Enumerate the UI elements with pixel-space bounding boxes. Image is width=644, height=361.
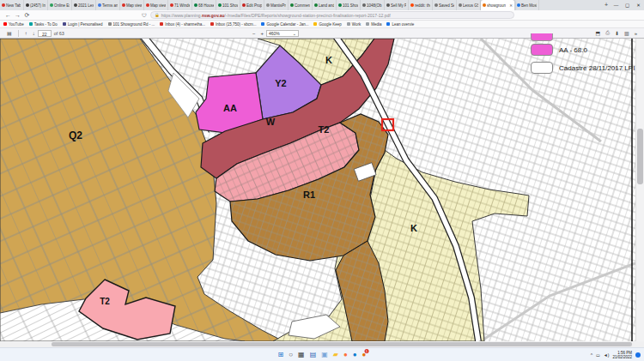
horizontal-scrollbar[interactable] (0, 341, 644, 347)
new-tab-button[interactable]: + (602, 0, 611, 10)
horizontal-scrollbar-thumb[interactable] (52, 342, 632, 346)
browser-tab[interactable]: Lexus GS 3 (457, 0, 481, 10)
bookmark-item[interactable]: Google Calendar - Jan... (261, 22, 308, 27)
browser-tab[interactable]: Commerci (289, 0, 313, 10)
bookmark-label: Inbox (15,750) - sbcm... (216, 22, 257, 27)
tab-favicon-icon (434, 3, 438, 7)
chat-icon[interactable]: ▣ (321, 348, 328, 361)
browser-tab[interactable]: Edit Prope (240, 0, 264, 10)
browser-tab[interactable]: Ben Mosl (515, 0, 539, 10)
edge-icon[interactable]: ● (353, 348, 357, 361)
tabs-container: New Tab(2457) InfrOnline Ex2021 LexuTerm… (0, 0, 602, 10)
bookmark-label: Media (371, 22, 381, 27)
tracking-shield-icon[interactable]: 🛡 (142, 13, 147, 18)
volume-icon[interactable]: ◄) (604, 352, 610, 358)
browser-tab[interactable]: 68 House (192, 0, 216, 10)
tab-label: Online Ex (54, 3, 70, 8)
tab-label: Edit Prope (246, 3, 262, 8)
close-button[interactable]: ✕ (633, 0, 644, 10)
tab-label: 71 Windso (174, 3, 190, 8)
browser-navbar: ← → ⟳ 🛡 🔒 https://www.planning.nsw.gov.a… (0, 10, 644, 21)
back-button[interactable]: ← (3, 10, 13, 20)
browser-tab[interactable]: Terms and (96, 0, 120, 10)
browser-tab[interactable]: New Tab (0, 0, 24, 10)
browser-tab[interactable]: Land and (313, 0, 337, 10)
bookmark-label: Lean overvie (392, 22, 414, 27)
bookmark-item[interactable]: Inbox (15,750) - sbcm... (210, 22, 257, 27)
tab-favicon-icon (314, 3, 318, 7)
pdf-sidebar-toggle-icon[interactable]: ▤ (7, 30, 12, 36)
widgets-icon[interactable]: ▤ (310, 348, 317, 361)
bookmark-item[interactable]: Inbox (4) - shannetha... (160, 22, 205, 27)
desktop: New Tab(2457) InfrOnline Ex2021 LexuTerm… (0, 0, 644, 361)
browser-tab[interactable]: 1048(Ob (361, 0, 385, 10)
vertical-scrollbar[interactable] (635, 39, 644, 341)
task-view-icon[interactable]: ▦ (298, 348, 305, 361)
bookmark-favicon-icon (63, 22, 66, 26)
minimize-button[interactable]: — (611, 0, 622, 10)
browser-tab[interactable]: reddit: the (409, 0, 433, 10)
reload-button[interactable]: ⟳ (22, 10, 32, 20)
bookmark-item[interactable]: Media (366, 22, 381, 27)
browser-tab[interactable]: Map view (120, 0, 144, 10)
browser-badge-icon[interactable]: ●1 (362, 348, 367, 361)
browser-tab[interactable]: 101 Showg (216, 0, 240, 10)
tab-favicon-icon (2, 3, 5, 7)
legend-label: Cadastre 28/11/2017 LPI (559, 64, 635, 72)
tab-favicon-icon (146, 3, 149, 7)
zone-label-t2-upper: T2 (319, 124, 330, 135)
browser-tab[interactable]: Online Ex (48, 0, 72, 10)
bookmark-item[interactable]: Login | Personalised (63, 22, 103, 27)
browser-tab[interactable]: 71 Windso (168, 0, 192, 10)
lock-icon[interactable]: 🔒 (155, 13, 160, 17)
browser-tab[interactable]: showgroun✕ (481, 0, 515, 10)
bookmark-favicon-icon (313, 22, 317, 26)
browser-tab[interactable]: Map view (144, 0, 168, 10)
tab-favicon-icon (74, 3, 77, 7)
page-down-button[interactable]: ↓ (33, 31, 35, 36)
search-icon[interactable]: ○ (289, 348, 293, 361)
legend-swatch (531, 62, 553, 74)
zoom-out-button[interactable]: − (252, 31, 256, 36)
page-number-input[interactable]: 22 (38, 30, 52, 37)
browser-tab[interactable]: 2021 Lexu (72, 0, 96, 10)
firefox-icon[interactable]: ● (343, 348, 348, 361)
bookmark-item[interactable]: Lean overvie (386, 22, 414, 27)
browser-tab[interactable]: Sell My Prope (385, 0, 409, 10)
display-icon[interactable]: ▭ (596, 352, 600, 358)
file-explorer-icon[interactable]: ▰ (333, 348, 338, 361)
notification-badge: 1 (364, 349, 368, 353)
legend-row: AA - 68.0 (531, 44, 635, 56)
bookmark-favicon-icon (261, 22, 264, 26)
pdf-canvas-zoning-map[interactable]: Q2AAY2WT2R1KKT2 AA - 68.0Cadastre 28/11/… (0, 39, 644, 341)
bookmark-item[interactable]: Google Keep (313, 22, 341, 27)
bookmark-item[interactable]: Work (347, 22, 361, 27)
url-path: /-/media/Files/DPE/Reports/showground-st… (225, 13, 391, 18)
browser-tab[interactable]: Saved Sea (433, 0, 457, 10)
bookmark-item[interactable]: Tasks - To Do (29, 22, 58, 27)
window-controls: — ▢ ✕ (611, 0, 644, 10)
browser-tab[interactable]: MantisPro (264, 0, 289, 10)
tab-close-icon[interactable]: ✕ (509, 3, 513, 8)
system-tray: ^ ▭ ◄) 1:56 PM 21/02/2022 (591, 348, 641, 361)
browser-tab[interactable]: (2457) Infr (24, 0, 48, 10)
zoom-in-button[interactable]: + (260, 31, 264, 36)
toolbar-divider (18, 30, 19, 37)
zone-label-w: W (266, 117, 276, 127)
tab-favicon-icon (483, 3, 486, 7)
taskbar-clock[interactable]: 1:56 PM 21/02/2022 (612, 351, 632, 359)
browser-tab[interactable]: 101 Showg (337, 0, 361, 10)
tab-label: Terms and (102, 3, 118, 8)
address-bar[interactable]: 🔒 https://www.planning.nsw.gov.au/-/medi… (150, 11, 514, 19)
start-icon[interactable]: ⊞ (278, 348, 284, 361)
bookmark-item[interactable]: YouTube (3, 22, 24, 27)
bookmark-label: Google Calendar - Jan... (266, 22, 308, 27)
bookmark-item[interactable]: 101 Showground Rd - ... (108, 22, 155, 27)
zoom-level-select[interactable]: 460% ⌄ (266, 30, 299, 37)
forward-button[interactable]: → (13, 10, 22, 20)
page-up-button[interactable]: ↑ (25, 31, 27, 36)
maximize-button[interactable]: ▢ (622, 0, 633, 10)
notification-icon[interactable] (635, 352, 641, 358)
tray-chevron-icon[interactable]: ^ (591, 352, 592, 358)
vertical-scrollbar-thumb[interactable] (637, 129, 643, 184)
